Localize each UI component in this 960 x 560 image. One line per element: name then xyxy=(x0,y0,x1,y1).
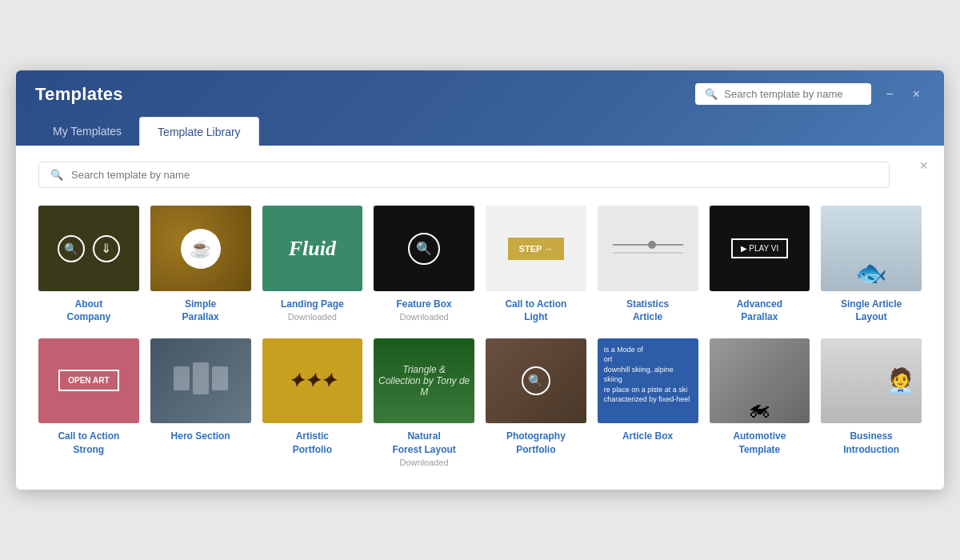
stats-line-2 xyxy=(613,252,683,254)
search-icon-about: 🔍 xyxy=(58,235,85,262)
stats-dot xyxy=(648,241,656,249)
minimize-button[interactable]: − xyxy=(881,85,898,104)
template-business-intro[interactable]: 🧑‍💼 BusinessIntroduction xyxy=(821,338,922,467)
close-button-header[interactable]: × xyxy=(908,85,925,104)
search-icon-photography: 🔍 xyxy=(522,366,550,395)
template-article-box[interactable]: is a Mode ofortdownhill skiing, alpine s… xyxy=(598,338,698,467)
hero-card-2 xyxy=(193,362,209,394)
close-button-body[interactable]: × xyxy=(919,158,928,173)
thumb-photography-portfolio: 🔍 xyxy=(486,338,586,424)
modal-header: Templates 🔍 − × My Templates Template Li… xyxy=(16,70,944,146)
template-single-article[interactable]: 🐟 Single ArticleLayout xyxy=(821,206,922,323)
template-name-simple-parallax: SimpleParallax xyxy=(182,298,219,323)
template-about-company[interactable]: 🔍 ⇓ AboutCompany xyxy=(38,206,139,323)
artistic-swirl-icon: ✦✦✦ xyxy=(288,370,336,392)
tab-my-templates[interactable]: My Templates xyxy=(35,117,139,146)
person-icon: 🧑‍💼 xyxy=(886,366,915,394)
template-name-article-box: Article Box xyxy=(622,430,673,442)
template-landing-page[interactable]: Fluid Landing Page Downloaded xyxy=(262,206,363,323)
thumb-cta-strong: OPEN ART xyxy=(38,338,139,424)
template-badge-natural: Downloaded xyxy=(400,458,449,467)
cta-light-btn: STEP → xyxy=(508,238,565,260)
thumb-statistics-article xyxy=(598,206,698,291)
thumb-article-box: is a Mode ofortdownhill skiing, alpine s… xyxy=(598,338,698,424)
thumb-business-intro: 🧑‍💼 xyxy=(821,338,922,424)
thumb-simple-parallax: ☕ xyxy=(150,206,251,291)
body-search-input[interactable] xyxy=(71,169,878,181)
header-search-input[interactable] xyxy=(724,88,862,100)
template-name-feature-box: Feature Box xyxy=(396,298,451,310)
body-search-box[interactable]: 🔍 xyxy=(38,162,890,188)
template-name-photography: PhotographyPortfolio xyxy=(506,430,566,455)
thumb-cta-light: STEP → xyxy=(486,206,586,291)
template-name-landing-page: Landing Page xyxy=(281,298,344,310)
template-name-statistics: StatisticsArticle xyxy=(626,298,669,323)
template-cta-light[interactable]: STEP → Call to ActionLight xyxy=(486,206,586,323)
template-advanced-parallax[interactable]: ▶ PLAY VI AdvancedParallax xyxy=(710,206,810,323)
fluid-text-icon: Fluid xyxy=(289,237,336,261)
template-name-business: BusinessIntroduction xyxy=(843,430,899,455)
template-name-artistic: ArtisticPortfolio xyxy=(293,430,332,455)
thumb-automotive: 🏍 xyxy=(710,338,810,424)
hero-card-1 xyxy=(174,366,190,390)
play-btn-icon: ▶ PLAY VI xyxy=(731,238,789,258)
thumb-feature-box: 🔍 xyxy=(374,206,474,291)
template-simple-parallax[interactable]: ☕ SimpleParallax xyxy=(150,206,251,323)
tab-bar: My Templates Template Library xyxy=(35,116,925,146)
template-automotive[interactable]: 🏍 AutomotiveTemplate xyxy=(710,338,810,467)
template-cta-strong[interactable]: OPEN ART Call to ActionStrong xyxy=(38,338,139,467)
template-natural-forest[interactable]: Triangle &Collection by Tony de M Natura… xyxy=(374,338,474,467)
template-name-single-article: Single ArticleLayout xyxy=(841,298,902,323)
tab-template-library[interactable]: Template Library xyxy=(139,117,259,146)
thumb-hero-section xyxy=(150,338,251,424)
stats-line xyxy=(613,244,683,246)
template-name-cta-strong: Call to ActionStrong xyxy=(58,430,119,455)
templates-modal: Templates 🔍 − × My Templates Template Li… xyxy=(16,70,944,490)
body-search-icon: 🔍 xyxy=(50,169,63,181)
header-controls: 🔍 − × xyxy=(695,83,925,105)
template-hero-section[interactable]: Hero Section xyxy=(150,338,251,467)
hero-items-icon xyxy=(174,366,228,394)
template-name-cta-light: Call to ActionLight xyxy=(505,298,566,323)
thumb-advanced-parallax: ▶ PLAY VI xyxy=(710,206,810,291)
open-btn-icon: OPEN ART xyxy=(58,370,118,391)
template-statistics-article[interactable]: StatisticsArticle xyxy=(598,206,698,323)
header-search-icon: 🔍 xyxy=(705,88,718,100)
hero-card-3 xyxy=(212,366,228,390)
modal-title: Templates xyxy=(35,84,123,105)
thumb-artistic-portfolio: ✦✦✦ xyxy=(262,338,363,424)
template-feature-box[interactable]: 🔍 Feature Box Downloaded xyxy=(374,206,474,323)
download-icon-about: ⇓ xyxy=(93,235,120,262)
triangle-text-icon: Triangle &Collection by Tony de M xyxy=(374,364,474,398)
search-icon-feature: 🔍 xyxy=(408,233,440,265)
thumb-natural-forest: Triangle &Collection by Tony de M xyxy=(374,338,474,424)
template-name-about: AboutCompany xyxy=(67,298,111,323)
motorcycle-icon: 🏍 xyxy=(748,395,770,422)
thumb-landing-page: Fluid xyxy=(262,206,363,291)
template-name-natural: NaturalForest Layout xyxy=(392,430,455,455)
header-search-box[interactable]: 🔍 xyxy=(695,83,871,105)
template-name-automotive: AutomotiveTemplate xyxy=(733,430,786,455)
template-photography-portfolio[interactable]: 🔍 PhotographyPortfolio xyxy=(486,338,586,467)
modal-body: × 🔍 🔍 ⇓ AboutCompany ☕ SimpleParallax xyxy=(16,146,944,490)
template-artistic-portfolio[interactable]: ✦✦✦ ArtisticPortfolio xyxy=(262,338,363,467)
cup-icon: ☕ xyxy=(181,229,221,269)
thumb-single-article: 🐟 xyxy=(821,206,922,291)
template-badge-feature: Downloaded xyxy=(400,312,449,322)
template-name-advanced: AdvancedParallax xyxy=(737,298,782,323)
article-box-text: is a Mode ofortdownhill skiing, alpine s… xyxy=(604,345,692,406)
thumb-about-company: 🔍 ⇓ xyxy=(38,206,139,291)
templates-grid: 🔍 ⇓ AboutCompany ☕ SimpleParallax Fluid … xyxy=(38,206,922,467)
template-name-hero: Hero Section xyxy=(171,430,230,442)
template-badge-landing: Downloaded xyxy=(288,312,337,322)
header-top: Templates 🔍 − × xyxy=(35,83,925,105)
fish-icon: 🐟 xyxy=(855,258,887,288)
